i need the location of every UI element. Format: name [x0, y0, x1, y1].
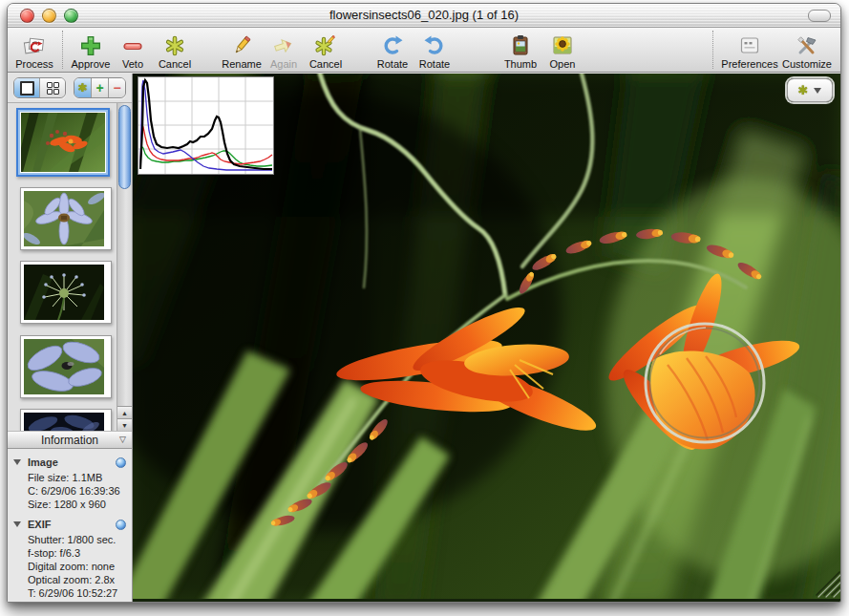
toolbar-separator: [62, 31, 63, 69]
preferences-label: Preferences: [721, 58, 777, 70]
thumbnail-5[interactable]: [20, 409, 112, 432]
single-view-button[interactable]: [14, 78, 40, 97]
toolbar-separator: [712, 31, 713, 69]
asterisk-icon: ✱: [77, 82, 87, 94]
cancel-rename-asterisk-pencil-icon: [314, 33, 337, 57]
information-header[interactable]: Information ▽: [8, 431, 132, 449]
tag-approve-button[interactable]: +: [92, 78, 109, 97]
thumbnail-2[interactable]: [20, 187, 112, 250]
scrollbar-thumb[interactable]: [118, 105, 131, 189]
tag-overlay-button[interactable]: ✱: [787, 78, 833, 102]
information-collapse-icon[interactable]: ▽: [119, 435, 126, 444]
open-button[interactable]: Open: [541, 30, 584, 70]
thumbnail-2-image: [24, 191, 104, 246]
tag-veto-button[interactable]: −: [109, 78, 125, 97]
disclosure-triangle-icon[interactable]: [13, 459, 21, 465]
optical-zoom-value: Optical zoom: 2.8x: [28, 573, 128, 586]
thumbnail-3[interactable]: [20, 261, 112, 324]
thumbnail-3-image: [24, 265, 104, 320]
histogram-panel: [138, 76, 274, 175]
scroll-up-button[interactable]: ▲: [117, 406, 132, 418]
digital-zoom-value: Digital zoom: none: [28, 560, 128, 573]
rotate-ccw-button[interactable]: Rotate: [414, 30, 456, 70]
customize-button[interactable]: Customize: [779, 30, 835, 70]
thumbnail-4-image: [24, 339, 104, 394]
grid-view-button[interactable]: [40, 78, 65, 97]
file-size-value: File size: 1.1MB: [28, 471, 128, 484]
thumb-label: Thumb: [504, 58, 537, 70]
single-view-icon: [20, 81, 34, 96]
rotate-cw-label: Rotate: [377, 58, 408, 70]
toolbar-toggle-pill[interactable]: [808, 10, 831, 22]
left-panel: ✱ + −: [8, 74, 133, 602]
loupe-ring: [646, 324, 764, 442]
grid-view-icon: [47, 82, 59, 95]
exif-section-lines: Shutter: 1/800 sec. f-stop: f/6.3 Digita…: [28, 533, 128, 600]
disclosure-triangle-icon[interactable]: [13, 521, 21, 527]
shutter-value: Shutter: 1/800 sec.: [28, 533, 128, 546]
exif-section-header[interactable]: EXIF: [13, 519, 126, 530]
thumbnail-1-selected[interactable]: [16, 108, 110, 177]
thumb-button[interactable]: Thumb: [499, 30, 541, 70]
minus-icon: −: [113, 81, 120, 95]
approve-label: Approve: [72, 58, 111, 70]
taken-date-value: T: 6/29/06 10:52:27: [28, 586, 128, 600]
thumbnail-list: ▲ ▼: [8, 102, 132, 432]
again-button: Again: [263, 30, 305, 70]
toolbar: Process Approve Veto: [8, 28, 840, 73]
veto-button[interactable]: Veto: [112, 30, 154, 70]
process-icon: [22, 33, 47, 57]
image-section-header[interactable]: Image: [13, 457, 126, 468]
rotate-ccw-label: Rotate: [419, 58, 450, 70]
open-label: Open: [550, 58, 576, 70]
scroll-down-button[interactable]: ▼: [117, 418, 132, 431]
image-section-title: Image: [28, 457, 58, 468]
veto-label: Veto: [122, 58, 143, 70]
open-sunflower-icon: [551, 33, 574, 57]
rotate-clockwise-icon: [381, 33, 404, 57]
title-bar[interactable]: flowersinsects06_020.jpg (1 of 16): [8, 4, 840, 28]
again-arrow-icon: [272, 33, 295, 57]
thumbnail-4[interactable]: [20, 335, 112, 398]
fstop-value: f-stop: f/6.3: [28, 546, 128, 560]
cancel-tag-button[interactable]: Cancel: [154, 30, 196, 70]
approve-button[interactable]: Approve: [70, 30, 112, 70]
preferences-button[interactable]: Preferences: [720, 30, 779, 70]
veto-minus-icon: [122, 33, 143, 57]
cancel-asterisk-icon: [164, 33, 185, 57]
exif-section-orb-icon[interactable]: [116, 520, 126, 530]
view-mode-control: [13, 77, 66, 98]
created-date-value: C: 6/29/06 16:39:36: [28, 484, 128, 498]
panel-controls: ✱ + −: [13, 77, 126, 98]
tag-asterisk-button[interactable]: ✱: [74, 78, 92, 97]
information-panel: Image File size: 1.1MB C: 6/29/06 16:39:…: [8, 449, 132, 602]
preferences-window-icon: [738, 33, 761, 57]
rename-button[interactable]: Rename: [221, 30, 263, 70]
cancel-rename-button[interactable]: Cancel: [305, 30, 347, 70]
information-title: Information: [41, 434, 98, 447]
thumbnail-scrollbar[interactable]: ▲ ▼: [117, 103, 132, 431]
customize-label: Customize: [782, 58, 832, 70]
process-label: Process: [15, 58, 53, 70]
rename-pencil-icon: [230, 33, 253, 57]
asterisk-icon: ✱: [798, 84, 809, 96]
customize-tools-icon: [796, 33, 818, 57]
approve-plus-icon: [80, 33, 101, 57]
thumbnail-5-image: [24, 413, 104, 432]
content-area: ✱ + −: [8, 74, 840, 602]
exif-section-title: EXIF: [28, 519, 51, 530]
tag-control: ✱ + −: [74, 77, 126, 98]
image-section-orb-icon[interactable]: [116, 457, 126, 468]
image-section-lines: File size: 1.1MB C: 6/29/06 16:39:36 Siz…: [28, 471, 128, 511]
dimensions-value: Size: 1280 x 960: [28, 498, 128, 511]
histogram-plot: [138, 77, 273, 174]
cancel-rename-label: Cancel: [309, 58, 342, 70]
rotate-cw-button[interactable]: Rotate: [371, 30, 414, 70]
thumb-clipboard-icon: [509, 33, 532, 57]
image-preview-area[interactable]: ✱: [133, 74, 840, 602]
cancel-tag-label: Cancel: [159, 58, 191, 70]
again-label: Again: [270, 58, 297, 70]
process-button[interactable]: Process: [13, 30, 55, 70]
chevron-down-icon: [814, 88, 821, 94]
window-title: flowersinsects06_020.jpg (1 of 16): [8, 8, 840, 22]
